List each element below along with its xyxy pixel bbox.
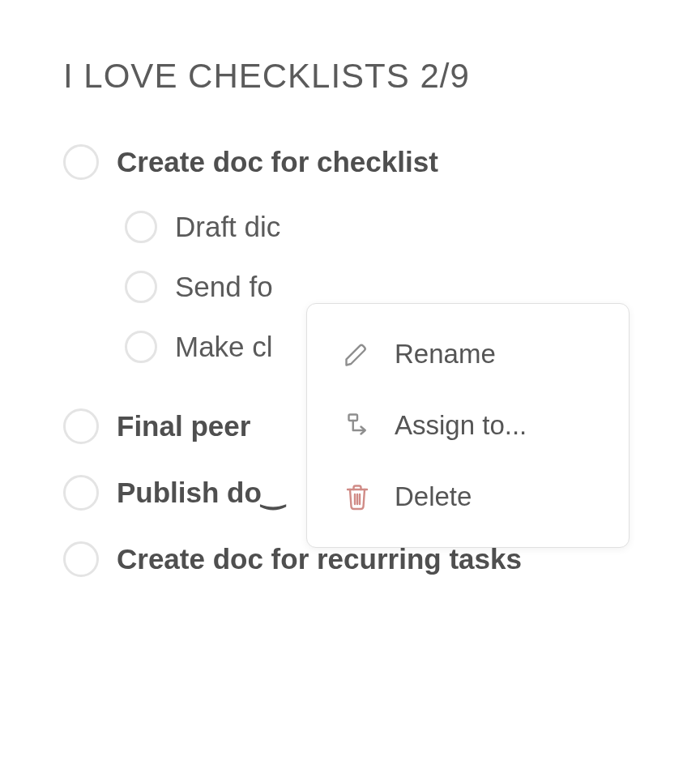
pencil-icon — [341, 338, 373, 370]
checklist-item[interactable]: Create doc for checklist — [63, 144, 651, 180]
checklist-subitem-label: Make cl — [175, 331, 273, 363]
checklist-subitem-label: Send fo — [175, 271, 273, 303]
checkbox-circle[interactable] — [63, 475, 99, 511]
checkbox-circle[interactable] — [63, 541, 99, 577]
checkbox-circle[interactable] — [125, 271, 157, 303]
menu-item-label: Delete — [395, 481, 472, 512]
menu-item-label: Assign to... — [395, 410, 527, 441]
menu-item-assign[interactable]: Assign to... — [307, 390, 629, 461]
checklist-title: I LOVE CHECKLISTS 2/9 — [63, 57, 651, 96]
context-menu: Rename Assign to... — [306, 303, 630, 548]
checklist-item-label: Publish do‿ — [117, 477, 284, 509]
checkbox-circle[interactable] — [125, 211, 157, 243]
menu-item-delete[interactable]: Delete — [307, 461, 629, 532]
checklist-subitem-label: Draft dic — [175, 211, 280, 243]
trash-icon — [341, 481, 373, 513]
checkbox-circle[interactable] — [63, 408, 99, 444]
checklist-container: I LOVE CHECKLISTS 2/9 Create doc for che… — [0, 0, 700, 577]
menu-item-label: Rename — [395, 339, 496, 370]
menu-item-rename[interactable]: Rename — [307, 318, 629, 390]
checklist-item-label: Create doc for checklist — [117, 146, 438, 178]
checklist-item-label: Create doc for recurring tasks — [117, 543, 522, 575]
assign-arrow-icon — [341, 409, 373, 442]
checklist-item-label: Final peer — [117, 410, 250, 442]
checkbox-circle[interactable] — [63, 144, 99, 180]
checkbox-circle[interactable] — [125, 331, 157, 363]
checklist-subitem[interactable]: Send fo — [125, 271, 651, 303]
checklist-subitem[interactable]: Draft dic — [125, 211, 651, 243]
